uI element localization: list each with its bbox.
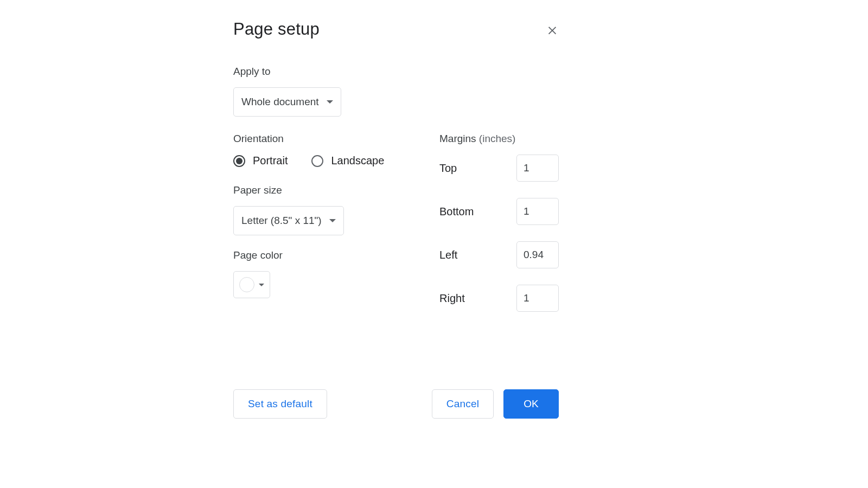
- apply-to-selected: Whole document: [241, 96, 319, 108]
- orientation-landscape-label: Landscape: [331, 155, 384, 167]
- margin-bottom-input[interactable]: [516, 198, 559, 225]
- orientation-portrait-label: Portrait: [253, 155, 288, 167]
- caret-down-icon: [327, 100, 333, 104]
- margin-bottom-label: Bottom: [439, 206, 474, 218]
- margin-right-label: Right: [439, 292, 465, 305]
- paper-size-select[interactable]: Letter (8.5" x 11"): [233, 206, 344, 235]
- cancel-button[interactable]: Cancel: [432, 389, 494, 419]
- apply-to-select[interactable]: Whole document: [233, 87, 341, 117]
- margin-top-input[interactable]: [516, 155, 559, 182]
- dialog-footer: Set as default Cancel OK: [233, 389, 559, 419]
- margins-label: Margins (inches): [439, 133, 559, 145]
- radio-icon: [311, 155, 323, 167]
- caret-down-icon: [259, 284, 264, 286]
- paper-size-selected: Letter (8.5" x 11"): [241, 215, 322, 227]
- color-swatch-icon: [239, 277, 254, 292]
- margin-left-input[interactable]: [516, 241, 559, 268]
- dialog-title: Page setup: [233, 20, 320, 39]
- apply-to-label: Apply to: [233, 66, 559, 78]
- set-as-default-button[interactable]: Set as default: [233, 389, 327, 419]
- margin-left-label: Left: [439, 249, 457, 261]
- radio-icon: [233, 155, 245, 167]
- margin-right-input[interactable]: [516, 285, 559, 312]
- page-setup-dialog: Page setup Apply to Whole document Orien…: [233, 19, 559, 328]
- close-icon: [546, 24, 558, 36]
- close-button[interactable]: [542, 20, 562, 40]
- caret-down-icon: [329, 219, 336, 222]
- margin-top-label: Top: [439, 162, 457, 175]
- paper-size-label: Paper size: [233, 184, 407, 196]
- orientation-label: Orientation: [233, 133, 407, 145]
- page-color-select[interactable]: [233, 271, 270, 298]
- orientation-landscape-radio[interactable]: Landscape: [311, 155, 384, 167]
- ok-button[interactable]: OK: [503, 389, 559, 419]
- orientation-portrait-radio[interactable]: Portrait: [233, 155, 288, 167]
- page-color-label: Page color: [233, 249, 407, 261]
